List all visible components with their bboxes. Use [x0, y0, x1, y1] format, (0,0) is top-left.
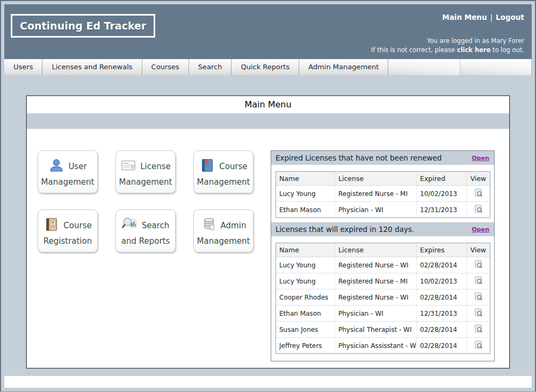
- cell-license: Physical Therapist - WI: [335, 322, 417, 338]
- login-status: You are logged in as Mary Forer If this …: [371, 37, 524, 54]
- table-header-row: Name License Expires View: [276, 243, 490, 257]
- click-here-link[interactable]: click here: [457, 46, 491, 54]
- column-header-view: View: [467, 243, 490, 257]
- nav-tab-search[interactable]: Search: [189, 59, 232, 75]
- column-header-license: License: [335, 243, 417, 257]
- tile-course-registration[interactable]: Course Registration: [38, 209, 98, 252]
- cell-license: Registered Nurse - MI: [335, 273, 417, 289]
- cell-name: Susan Jones: [276, 322, 335, 338]
- nav-tab-admin-management[interactable]: Admin Management: [299, 59, 388, 75]
- expired-licenses-table: Name License Expired View Lucy Young Reg…: [276, 171, 490, 218]
- tile-user-management[interactable]: User Management: [38, 150, 98, 193]
- column-header-view: View: [467, 172, 490, 186]
- nav-tab-licenses-renewals[interactable]: Licenses and Renewals: [42, 59, 142, 75]
- page-magnifier-icon[interactable]: [474, 292, 483, 301]
- cell-date: 02/28/2014: [417, 289, 467, 306]
- cell-license: Physician - WI: [335, 202, 417, 218]
- table-row: Ethan Mason Physician - WI 12/31/2013: [276, 306, 490, 322]
- login-status-line2: If this is not correct, please click her…: [371, 46, 524, 55]
- page-title: Main Menu: [27, 96, 509, 113]
- table-row: Jeffrey Peters Physician Assisstant - WI…: [276, 338, 490, 354]
- cell-name: Lucy Young: [276, 273, 335, 289]
- cell-license: Registered Nurse - WI: [335, 257, 417, 273]
- tile-label: Management: [41, 177, 95, 187]
- app-logo[interactable]: Continuing Ed Tracker: [11, 14, 155, 38]
- cell-license: Registered Nurse - WI: [335, 289, 417, 306]
- section-header-expired-licenses: Expired Licenses that have not been rene…: [271, 151, 494, 165]
- tile-label: Management: [197, 236, 250, 246]
- open-expiring-licenses-link[interactable]: Open: [472, 226, 489, 233]
- nav-empty-segment: [460, 59, 532, 75]
- link-separator: |: [490, 13, 493, 21]
- registration-book-icon: [44, 216, 60, 235]
- logout-link[interactable]: Logout: [496, 13, 524, 21]
- cell-name: Ethan Mason: [276, 202, 335, 218]
- cell-date: 12/31/2013: [417, 306, 467, 322]
- page-magnifier-icon[interactable]: [474, 324, 483, 333]
- column-header-expired: Expired: [417, 172, 467, 186]
- cell-date: 02/28/2014: [417, 322, 467, 338]
- tile-label: Search: [142, 221, 170, 230]
- nav-tab-courses[interactable]: Courses: [142, 59, 189, 75]
- tile-course-management[interactable]: Course Management: [193, 150, 253, 193]
- blue-book-icon: [199, 157, 215, 176]
- cell-name: Cooper Rhodes: [276, 289, 335, 306]
- tile-label: and Reports: [121, 236, 170, 246]
- search-chart-icon: [122, 216, 138, 235]
- tile-search-and-reports[interactable]: Search and Reports: [115, 209, 176, 252]
- table-row: Lucy Young Registered Nurse - MI 10/02/2…: [276, 186, 490, 202]
- main-nav: Users Licenses and Renewals Courses Sear…: [4, 59, 532, 76]
- page-magnifier-icon[interactable]: [474, 260, 483, 268]
- page-magnifier-icon[interactable]: [474, 205, 483, 213]
- page-magnifier-icon[interactable]: [474, 188, 483, 197]
- table-row: Lucy Young Registered Nurse - MI 10/02/2…: [276, 273, 490, 289]
- tile-label: Course: [219, 162, 247, 171]
- tile-admin-management[interactable]: Admin Management: [193, 209, 253, 252]
- open-expired-licenses-link[interactable]: Open: [472, 155, 489, 162]
- tile-label: Course: [63, 221, 91, 230]
- cell-license: Registered Nurse - MI: [335, 186, 417, 202]
- footer-strip: [4, 376, 532, 388]
- table-header-row: Name License Expired View: [276, 172, 490, 186]
- cell-date: 12/31/2013: [417, 202, 467, 218]
- main-menu-panel: Main Menu User: [26, 96, 510, 368]
- cell-name: Lucy Young: [276, 257, 335, 273]
- page-magnifier-icon[interactable]: [474, 308, 483, 317]
- tile-label: License: [140, 162, 171, 171]
- nav-tab-users[interactable]: Users: [4, 59, 42, 75]
- app-header: Continuing Ed Tracker Main Menu|Logout Y…: [4, 4, 532, 59]
- cell-date: 02/28/2014: [417, 257, 467, 273]
- browser-viewport: Continuing Ed Tracker Main Menu|Logout Y…: [0, 0, 536, 392]
- cell-date: 10/02/2013: [417, 273, 467, 289]
- tile-label: Registration: [44, 236, 92, 246]
- section-title: Expired Licenses that have not been rene…: [276, 154, 441, 162]
- title-band: [27, 113, 509, 129]
- content-region: Main Menu User: [4, 76, 532, 376]
- database-icon: [201, 216, 217, 235]
- section-header-expiring-licenses: Licenses that will expired in 120 days. …: [271, 222, 494, 236]
- notifications-panel: Expired Licenses that have not been rene…: [271, 150, 495, 361]
- cell-name: Ethan Mason: [276, 306, 335, 322]
- cell-name: Lucy Young: [276, 186, 335, 202]
- page-magnifier-icon[interactable]: [474, 276, 483, 285]
- cell-license: Physician Assisstant - WI: [335, 338, 417, 354]
- table-row: Cooper Rhodes Registered Nurse - WI 02/2…: [276, 289, 490, 306]
- table-row: Susan Jones Physical Therapist - WI 02/2…: [276, 322, 490, 338]
- tile-label: Management: [119, 177, 172, 187]
- table-row: Lucy Young Registered Nurse - WI 02/28/2…: [276, 257, 490, 273]
- expiring-licenses-table: Name License Expires View Lucy Young Reg…: [276, 243, 490, 354]
- tile-license-management[interactable]: License Management: [115, 150, 176, 193]
- user-icon: [48, 157, 64, 176]
- table-row: Ethan Mason Physician - WI 12/31/2013: [276, 202, 490, 218]
- header-links: Main Menu|Logout: [442, 13, 524, 21]
- column-header-expires: Expires: [417, 243, 467, 257]
- tile-label: Admin: [221, 221, 247, 230]
- cell-date: 10/02/2013: [417, 186, 467, 202]
- cell-date: 02/28/2014: [417, 338, 467, 354]
- main-menu-link[interactable]: Main Menu: [442, 13, 487, 21]
- login-status-line1: You are logged in as Mary Forer: [371, 37, 524, 46]
- page-magnifier-icon[interactable]: [474, 340, 483, 349]
- menu-tiles: User Management: [38, 150, 253, 252]
- nav-tab-quick-reports[interactable]: Quick Reports: [231, 59, 299, 75]
- tile-label: Management: [197, 177, 250, 187]
